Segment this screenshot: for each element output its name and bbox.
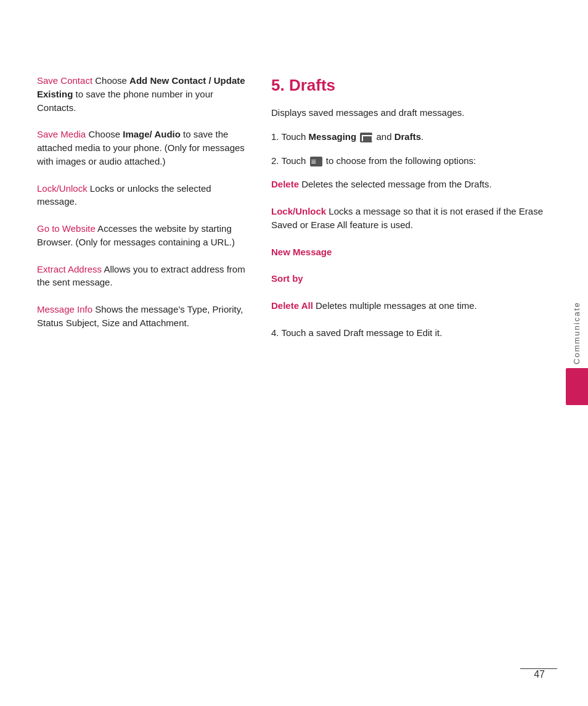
left-entry: Message Info Shows the message’s Type, P… <box>37 303 247 330</box>
left-entry: Go to Website Accesses the website by st… <box>37 222 247 249</box>
messaging-icon <box>360 133 372 142</box>
step-bold: Drafts <box>394 131 421 142</box>
option-label: Delete <box>271 179 299 189</box>
step-1: 1. Touch Messaging and Drafts. <box>271 130 551 144</box>
option-entry: Sort by <box>271 272 551 285</box>
entry-label: Message Info <box>37 304 92 314</box>
left-entry: Save Media Choose Image/ Audio to save t… <box>37 128 247 168</box>
page-number: 47 <box>534 667 545 681</box>
option-label: Delete All <box>271 300 313 311</box>
side-tab-label: Communicate <box>571 301 583 364</box>
step-body: and <box>374 131 394 142</box>
side-tab: Communicate <box>566 301 588 404</box>
step-bold: Messaging <box>309 131 357 142</box>
entry-label: Save Media <box>37 129 86 139</box>
step-number: 2. <box>271 155 279 166</box>
option-label: Lock/Unlock <box>271 206 326 216</box>
left-entry: Lock/Unlock Locks or unlocks the selecte… <box>37 182 247 209</box>
option-entry: New Message <box>271 245 551 259</box>
left-column: Save Contact Choose Add New Contact / Up… <box>37 74 247 669</box>
option-entry: Delete All Deletes multiple messages at … <box>271 299 551 313</box>
entry-body: Choose <box>86 129 123 139</box>
step-body: to choose from the following options: <box>324 155 476 166</box>
option-entry: Delete Deletes the selected message from… <box>271 178 551 191</box>
step-4: 4. Touch a saved Draft message to Edit i… <box>271 326 551 340</box>
section-title: 5. Drafts <box>271 74 551 97</box>
option-label: Sort by <box>271 273 303 284</box>
option-body: Deletes multiple messages at one time. <box>313 300 477 311</box>
menu-icon <box>310 157 322 166</box>
side-tab-bar <box>566 368 588 405</box>
option-body: Deletes the selected message from the Dr… <box>299 179 492 189</box>
step-body: Touch <box>279 131 309 142</box>
left-entry: Save Contact Choose Add New Contact / Up… <box>37 74 247 114</box>
entry-label: Lock/Unlock <box>37 183 88 194</box>
step-number: 1. <box>271 131 279 142</box>
option-entry: Lock/Unlock Locks a message so that it i… <box>271 205 551 232</box>
step-body: Touch <box>279 155 309 166</box>
step-end: . <box>421 131 423 142</box>
entry-label: Extract Address <box>37 264 102 274</box>
entry-body: Choose <box>92 75 129 86</box>
left-entry: Extract Address Allows you to extract ad… <box>37 263 247 290</box>
entry-body-bold: Image/ Audio <box>123 129 181 139</box>
entry-label: Save Contact <box>37 75 92 86</box>
entry-label: Go to Website <box>37 223 96 234</box>
option-label: New Message <box>271 247 332 257</box>
step-2: 2. Touch to choose from the following op… <box>271 154 551 168</box>
right-column: 5. DraftsDisplays saved messages and dra… <box>271 74 551 669</box>
section-intro: Displays saved messages and draft messag… <box>271 106 551 120</box>
